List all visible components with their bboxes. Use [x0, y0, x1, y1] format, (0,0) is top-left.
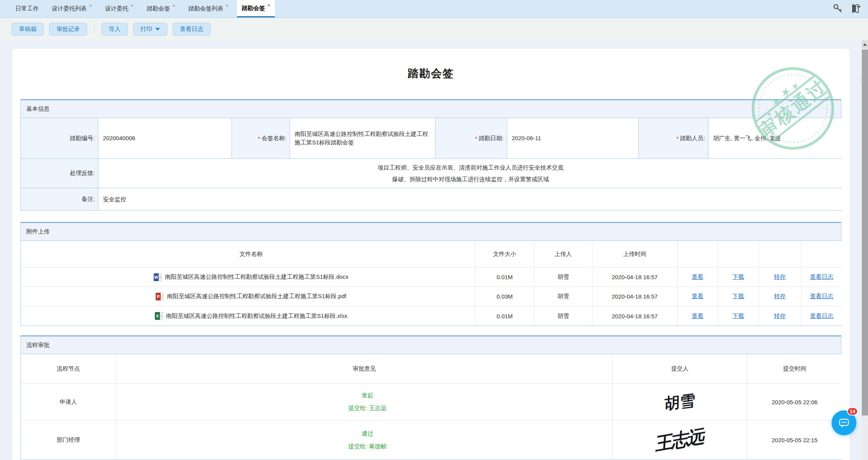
tab-design-commission[interactable]: 设计委托× [101, 0, 139, 17]
basic-info-table: 踏勘编号: 2020040006 *会签名称: 南阳至城区高速公路控制性工程勘察… [21, 118, 842, 211]
close-icon[interactable]: × [172, 3, 175, 9]
view-log-link[interactable]: 查看日志 [810, 293, 834, 300]
field-value-survey-staff: 胡广生, 黄一飞, 金伟, 龙波 [708, 118, 842, 159]
transfer-link[interactable]: 转存 [774, 293, 786, 300]
view-log-button[interactable]: 查看日志 [173, 23, 211, 36]
col-header-file-name: 文件名称 [21, 241, 475, 268]
feedback-line: 项目工程师、安全员应在吊装、清渣前对施工作业人员进行安全技术交底 [378, 163, 564, 172]
uploader-cell: 胡雪 [534, 306, 592, 326]
attachments-table: 文件名称 文件大小 上传人 上传时间 W 南阳至城区高速公路控制性工程勘察试验段… [21, 240, 842, 326]
uploader-cell: 胡雪 [534, 268, 592, 287]
key-icon[interactable] [832, 3, 843, 14]
action-cell: 查看 [678, 306, 718, 326]
tab-survey-countersign-1[interactable]: 踏勘会签× [142, 0, 180, 17]
action-cell: 转存 [759, 306, 801, 326]
logout-icon[interactable] [850, 3, 861, 14]
file-name-cell: X 南阳至城区高速公路控制性工程勘察试验段土建工程施工第S1标段.xlsx [21, 306, 475, 326]
col-header-action [678, 241, 718, 268]
tab-survey-countersign-active[interactable]: 踏勘会签× [237, 0, 275, 17]
upload-time-cell: 2020-04-18 16:57 [592, 287, 678, 306]
submit-time-cell: 2020-05-05 22:06 [747, 384, 842, 421]
transfer-link[interactable]: 转存 [774, 273, 786, 281]
required-mark: * [258, 135, 260, 142]
download-link[interactable]: 下载 [732, 293, 744, 300]
field-label-survey-no: 踏勘编号: [21, 118, 98, 159]
uploader-cell: 胡雪 [534, 287, 592, 306]
close-icon[interactable]: × [267, 2, 270, 8]
approval-action: 发起 [362, 392, 373, 399]
handwritten-signature: 王志远 [655, 424, 705, 457]
close-icon[interactable]: × [226, 3, 229, 9]
col-header-action [801, 241, 842, 268]
flow-node-cell: 部门经理 [21, 421, 116, 460]
view-log-link[interactable]: 查看日志 [810, 312, 834, 320]
excel-file-icon: X [155, 312, 163, 320]
file-name-cell: W 南阳至城区高速公路控制性工程勘察试验段土建工程施工第S1标段.docx [21, 268, 475, 287]
close-icon[interactable]: × [89, 3, 92, 9]
field-value-remark: 安全监控 [98, 188, 842, 210]
page-title: 踏勘会签 [21, 66, 841, 81]
upload-time-cell: 2020-04-18 16:57 [592, 306, 678, 326]
vertical-scrollbar [862, 40, 868, 460]
print-button[interactable]: 打印 [133, 23, 167, 36]
action-cell: 查看日志 [801, 268, 842, 287]
action-cell: 查看日志 [801, 287, 842, 306]
tab-survey-countersign-list[interactable]: 踏勘会签列表× [184, 0, 233, 17]
close-icon[interactable]: × [131, 3, 134, 9]
action-cell: 下载 [718, 306, 759, 326]
col-header-uploader: 上传人 [534, 241, 592, 268]
file-name-cell: P 南阳至城区高速公路控制性工程勘察试验段土建工程施工第S1标段.pdf [21, 287, 475, 306]
view-link[interactable]: 查看 [692, 273, 703, 281]
download-link[interactable]: 下载 [732, 273, 744, 281]
toolbar: 草稿箱 审批记录 导入 打印 查看日志 [0, 18, 868, 40]
tab-daily-work[interactable]: 日常工作 [11, 0, 43, 17]
submit-to-text: 提交给: 蒋德帧 [348, 443, 386, 450]
approval-flow-table: 流程节点 审批意见 提交人 提交时间 申请人 发起 提交给: 王志远 胡雪 20… [21, 354, 842, 460]
approval-opinion-cell: 发起 提交给: 王志远 [116, 384, 613, 421]
file-size-cell: 0.03M [475, 287, 534, 306]
field-label-countersign-name: *会签名称: [232, 118, 290, 159]
handwritten-signature: 胡雪 [664, 389, 695, 414]
field-label-survey-staff: *踏勘人员: [639, 118, 708, 159]
approval-action: 通过 [362, 430, 373, 438]
approval-record-button[interactable]: 审批记录 [49, 23, 87, 36]
action-cell: 查看日志 [801, 306, 842, 326]
view-log-link[interactable]: 查看日志 [810, 273, 834, 281]
transfer-link[interactable]: 转存 [774, 312, 786, 320]
submitter-signature: 胡雪 [613, 384, 747, 421]
field-value-feedback: 项目工程师、安全员应在吊装、清渣前对施工作业人员进行安全技术交底 爆破、拆除过程… [98, 159, 842, 188]
document-panel: 踏勘会签 基本信息 踏勘编号: 2020040006 *会签名称: 南阳至城区高… [12, 48, 850, 460]
col-header-upload-time: 上传时间 [592, 241, 678, 268]
col-header-flow-node: 流程节点 [21, 354, 116, 384]
field-label-remark: 备注: [21, 188, 98, 210]
tab-bar: 日常工作 设计委托列表× 设计委托× 踏勘会签× 踏勘会签列表× 踏勘会签× [0, 0, 868, 18]
required-mark: * [475, 135, 477, 142]
section-header-basic-info: 基本信息 [21, 99, 841, 118]
required-mark: * [676, 135, 679, 142]
col-header-action [718, 241, 759, 268]
view-link[interactable]: 查看 [692, 293, 703, 300]
submit-time-cell: 2020-05-05 22:15 [747, 421, 842, 460]
submit-to-text: 提交给: 王志远 [348, 405, 386, 412]
action-cell: 下载 [718, 268, 759, 287]
chat-fab: 14 [832, 410, 856, 435]
toolbar-divider [94, 25, 94, 34]
scroll-up-arrow-icon[interactable] [862, 40, 868, 49]
import-button[interactable]: 导入 [101, 23, 128, 36]
feedback-line: 爆破、拆除过程中对现场施工进行连续监控，并设置警戒区域 [392, 175, 549, 184]
col-header-action [759, 241, 801, 268]
draft-box-button[interactable]: 草稿箱 [12, 23, 44, 36]
action-cell: 查看 [678, 268, 718, 287]
field-value-countersign-name: 南阳至城区高速公路控制性工程勘察试验段土建工程施工第S1标段踏勘会签 [290, 118, 436, 159]
col-header-file-size: 文件大小 [475, 241, 534, 268]
download-link[interactable]: 下载 [732, 312, 744, 320]
view-link[interactable]: 查看 [692, 312, 703, 320]
submitter-signature: 王志远 [613, 421, 747, 460]
action-cell: 下载 [718, 287, 759, 306]
tab-design-commission-list[interactable]: 设计委托列表× [47, 0, 97, 17]
scrollbar-thumb[interactable] [862, 50, 868, 415]
field-label-feedback: 处理反馈: [21, 159, 98, 188]
chevron-down-icon [155, 28, 160, 31]
section-header-attachments: 附件上传 [21, 222, 841, 240]
action-cell: 转存 [759, 287, 801, 306]
